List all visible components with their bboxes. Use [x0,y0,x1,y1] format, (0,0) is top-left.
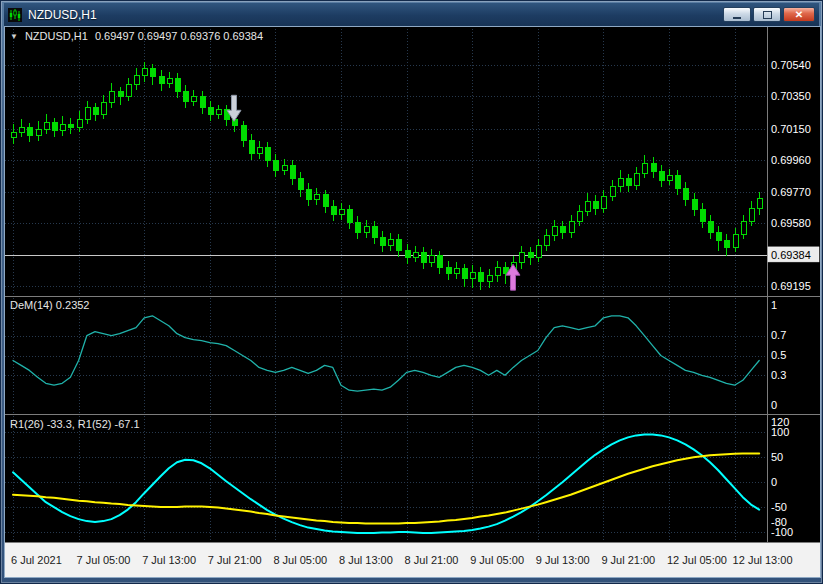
svg-text:0: 0 [771,476,777,488]
svg-text:9 Jul 05:00: 9 Jul 05:00 [470,554,524,566]
minimize-icon [733,17,741,19]
dem-indicator-label: DeM(14) 0.2352 [10,299,90,311]
svg-text:9 Jul 13:00: 9 Jul 13:00 [536,554,590,566]
window-title: NZDUSD,H1 [28,8,97,22]
svg-text:7 Jul 05:00: 7 Jul 05:00 [77,554,131,566]
chart-canvas[interactable]: 0.705400.703500.701500.699600.697700.695… [5,27,820,577]
window-titlebar[interactable]: NZDUSD,H1 ✕ [4,3,819,26]
svg-text:0.5: 0.5 [771,349,786,361]
svg-text:100: 100 [771,426,789,438]
svg-text:0.70350: 0.70350 [771,90,811,102]
svg-text:12 Jul 13:00: 12 Jul 13:00 [733,554,793,566]
svg-text:-50: -50 [771,501,787,513]
svg-text:0.3: 0.3 [771,369,786,381]
svg-text:0: 0 [771,399,777,411]
maximize-button[interactable] [753,7,781,22]
maximize-icon [763,11,772,19]
chart-ohlc-values: 0.69497 0.69497 0.69376 0.69384 [95,30,263,42]
window-controls: ✕ [723,7,815,22]
svg-text:0.7: 0.7 [771,329,786,341]
svg-text:8 Jul 05:00: 8 Jul 05:00 [273,554,327,566]
chart-background [5,27,820,543]
quick-trade-dropdown-icon[interactable]: ▼ [10,32,18,41]
chart-symbol-period: NZDUSD,H1 [25,30,88,42]
current-price-text: 0.69384 [771,249,811,261]
svg-text:0.70150: 0.70150 [771,123,811,135]
minimize-button[interactable] [723,7,751,22]
svg-text:9 Jul 21:00: 9 Jul 21:00 [601,554,655,566]
svg-text:6 Jul 2021: 6 Jul 2021 [11,554,62,566]
svg-text:0.69960: 0.69960 [771,154,811,166]
r1-indicator-label: R1(26) -33.3, R1(52) -67.1 [10,418,140,430]
chart-header: ▼ NZDUSD,H1 0.69497 0.69497 0.69376 0.69… [10,30,263,42]
svg-text:0.69770: 0.69770 [771,186,811,198]
svg-text:7 Jul 21:00: 7 Jul 21:00 [208,554,262,566]
svg-text:0.70540: 0.70540 [771,59,811,71]
app-icon [8,8,22,22]
chart-client-area: 0.705400.703500.701500.699600.697700.695… [5,27,820,577]
close-icon: ✕ [795,10,803,20]
svg-text:8 Jul 21:00: 8 Jul 21:00 [405,554,459,566]
close-button[interactable]: ✕ [783,7,815,22]
svg-text:0.69195: 0.69195 [771,280,811,292]
svg-text:8 Jul 13:00: 8 Jul 13:00 [339,554,393,566]
svg-text:0.69580: 0.69580 [771,217,811,229]
svg-text:7 Jul 13:00: 7 Jul 13:00 [142,554,196,566]
svg-text:-100: -100 [771,526,793,538]
svg-text:50: 50 [771,451,783,463]
mt4-chart-window: NZDUSD,H1 ✕ 0.705400.703500.701500.69960… [0,0,823,584]
svg-text:1: 1 [771,299,777,311]
svg-text:12 Jul 05:00: 12 Jul 05:00 [667,554,727,566]
